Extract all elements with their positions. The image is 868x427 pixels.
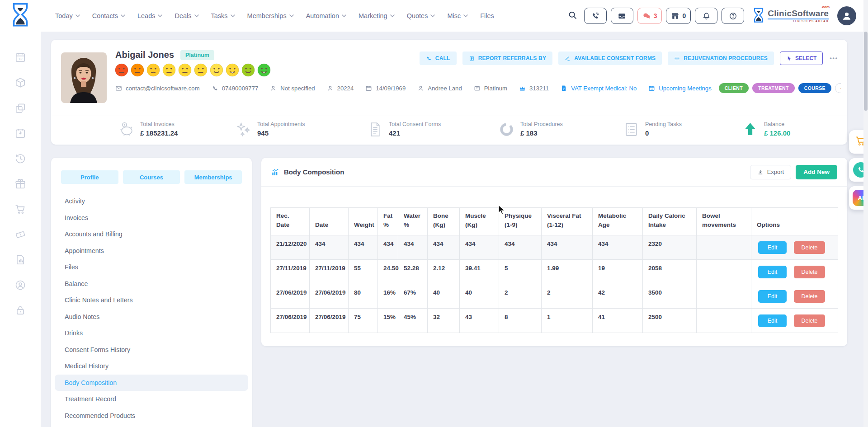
mood-face-4-icon[interactable] <box>162 63 176 77</box>
nav-item-misc[interactable]: Misc <box>447 12 468 19</box>
notifications-button[interactable] <box>695 8 717 24</box>
nav-item-quotes[interactable]: Quotes <box>407 12 435 19</box>
action-button-available-consent-forms[interactable]: AVAILABLE CONSENT FORMS <box>558 52 662 65</box>
edit-button[interactable]: Edit <box>758 314 787 327</box>
chat-button[interactable]: 3 <box>637 8 662 24</box>
divider <box>51 116 847 116</box>
tab-profile[interactable]: Profile <box>61 170 118 184</box>
search-icon[interactable] <box>568 10 577 22</box>
mood-face-6-icon[interactable] <box>194 63 208 77</box>
stat-pending-tasks: Pending Tasks0 <box>623 121 682 138</box>
download-icon <box>757 169 764 175</box>
account-icon[interactable] <box>14 279 26 291</box>
label-pill-treatment[interactable]: TREATMENT <box>752 83 795 93</box>
table-row: 27/06/201927/06/20198016%67%404022423500… <box>271 284 838 309</box>
sidebar-item-balance[interactable]: Balance <box>55 276 248 292</box>
edit-button[interactable]: Edit <box>758 290 787 303</box>
mood-face-5-icon[interactable] <box>178 63 192 77</box>
user-avatar[interactable] <box>837 6 856 25</box>
calendar-icon <box>365 85 372 92</box>
history-icon[interactable] <box>14 153 26 164</box>
gift-icon[interactable] <box>14 178 26 190</box>
nav-item-leads[interactable]: Leads <box>137 12 163 19</box>
label-pill-client[interactable]: CLIENT <box>719 83 749 93</box>
sidebar-item-appointments[interactable]: Appointments <box>55 243 248 259</box>
label-pill-course[interactable]: COURSE <box>798 83 831 93</box>
inbox-button[interactable] <box>611 8 633 24</box>
nav-item-deals[interactable]: Deals <box>175 12 198 19</box>
mood-face-1-icon[interactable] <box>115 63 128 77</box>
export-button[interactable]: Export <box>750 165 792 179</box>
report-doc-icon[interactable] <box>14 254 26 266</box>
select-button[interactable]: SELECT <box>780 52 823 65</box>
edit-button[interactable]: Edit <box>758 241 787 254</box>
scrollbar-thumb[interactable] <box>864 32 868 111</box>
table-cell: 43 <box>460 309 499 333</box>
delete-button[interactable]: Delete <box>794 241 825 254</box>
voucher-icon[interactable] <box>14 229 26 240</box>
add-label-button[interactable]: + Add Label <box>835 83 841 93</box>
delete-button[interactable]: Delete <box>794 266 825 278</box>
bell-icon <box>702 12 711 20</box>
nav-item-automation[interactable]: Automation <box>306 12 346 19</box>
action-button-call[interactable]: CALL <box>420 52 457 65</box>
dialer-button[interactable] <box>584 8 607 24</box>
mood-face-7-icon[interactable] <box>210 63 223 77</box>
more-options-button[interactable]: ••• <box>830 55 838 61</box>
mood-face-9-icon[interactable] <box>241 63 255 77</box>
sidebar-item-recommended-products[interactable]: Recommended Products <box>55 408 248 424</box>
nav-item-contacts[interactable]: Contacts <box>92 12 125 19</box>
mood-face-10-icon[interactable] <box>257 63 271 77</box>
nav-item-today[interactable]: Today <box>55 12 80 19</box>
stat-label: Pending Tasks <box>645 121 682 127</box>
nav-item-memberships[interactable]: Memberships <box>247 12 294 19</box>
panel-title: Body Composition <box>271 168 344 176</box>
nav-item-files[interactable]: Files <box>480 12 494 19</box>
sidebar-item-files[interactable]: Files <box>55 259 248 276</box>
sidebar-item-consent-forms-history[interactable]: Consent Forms History <box>55 342 248 358</box>
nav-item-marketing[interactable]: Marketing <box>359 12 395 19</box>
mood-face-8-icon[interactable] <box>226 63 239 77</box>
edit-button[interactable]: Edit <box>758 266 787 278</box>
sidebar-item-drinks[interactable]: Drinks <box>55 325 248 342</box>
action-button-report-referrals-by[interactable]: REPORT REFERRALS BY <box>462 52 552 65</box>
sidebar-item-invoices[interactable]: Invoices <box>55 210 248 226</box>
hourglass-logo-icon <box>752 7 765 24</box>
mood-face-2-icon[interactable] <box>131 63 144 77</box>
nav-item-label: Leads <box>137 12 156 19</box>
shop-icon <box>671 12 679 20</box>
sidebar-item-audio-notes[interactable]: Audio Notes <box>55 309 248 325</box>
pos-button[interactable]: 0 <box>666 8 691 24</box>
add-new-button[interactable]: Add New <box>796 165 837 179</box>
sidebar-item-body-composition[interactable]: Body Composition <box>55 375 248 391</box>
hourglass-logo-icon[interactable] <box>8 3 33 29</box>
scrollbar-track[interactable] <box>863 0 868 427</box>
nav-item-tasks[interactable]: Tasks <box>211 12 235 19</box>
help-button[interactable] <box>722 8 744 24</box>
column-header-metabolic-age: Metabolic Age <box>593 208 643 235</box>
tab-courses[interactable]: Courses <box>123 170 180 184</box>
package-icon[interactable] <box>14 77 26 89</box>
lock-icon[interactable] <box>14 305 26 316</box>
sidebar-item-activity[interactable]: Activity <box>55 193 248 210</box>
sidebar-item-clinic-notes-and-letters[interactable]: Clinic Notes and Letters <box>55 292 248 309</box>
nav-item-label: Contacts <box>92 12 118 19</box>
sidebar-item-treatment-record[interactable]: Treatment Record <box>55 391 248 408</box>
contact-text: Upcoming Meetings <box>659 85 712 92</box>
tab-memberships[interactable]: Memberships <box>184 170 242 184</box>
copy-icon[interactable] <box>14 102 26 114</box>
contact-link-vat-exempt-medical-no[interactable]: VAT Exempt Medical: No <box>561 85 637 92</box>
mood-face-3-icon[interactable] <box>146 63 160 77</box>
contact-link-upcoming-meetings[interactable]: 12Upcoming Meetings <box>648 85 712 92</box>
cart-icon[interactable] <box>14 203 26 215</box>
delete-button[interactable]: Delete <box>794 290 825 303</box>
sidebar-item-accounts-and-billing[interactable]: Accounts and Billing <box>55 226 248 243</box>
column-header-bowel-movements: Bowel movements <box>697 208 751 235</box>
action-button-rejuvenation-procedures[interactable]: REJUVENATION PROCEDURES <box>668 52 774 65</box>
calendar-12-icon[interactable]: 12 <box>14 52 26 63</box>
delete-button[interactable]: Delete <box>794 314 825 327</box>
schedule-icon[interactable] <box>14 127 26 139</box>
nav-item-label: Automation <box>306 12 339 19</box>
sidebar-item-medical-history[interactable]: Medical History <box>55 358 248 375</box>
table-cell: 434 <box>398 235 428 260</box>
